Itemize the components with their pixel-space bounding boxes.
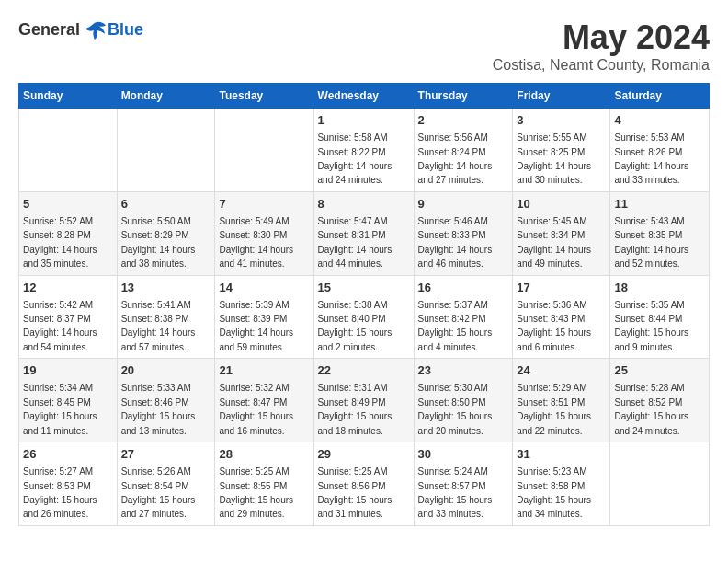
day-sunset: Sunset: 8:58 PM — [517, 481, 585, 491]
day-daylight: Daylight: 14 hours and 33 minutes. — [614, 161, 688, 185]
day-number: 24 — [517, 362, 606, 379]
day-sunset: Sunset: 8:34 PM — [517, 230, 585, 240]
calendar-cell: 12Sunrise: 5:42 AMSunset: 8:37 PMDayligh… — [19, 275, 118, 359]
day-number: 6 — [121, 196, 211, 213]
day-daylight: Daylight: 15 hours and 34 minutes. — [517, 495, 591, 519]
logo-bird-icon — [82, 18, 108, 44]
day-daylight: Daylight: 15 hours and 9 minutes. — [614, 327, 688, 351]
calendar-title: May 2024 — [493, 18, 710, 57]
day-sunrise: Sunrise: 5:33 AM — [121, 383, 191, 393]
day-daylight: Daylight: 15 hours and 29 minutes. — [219, 495, 293, 519]
day-sunrise: Sunrise: 5:39 AM — [219, 300, 289, 310]
day-daylight: Daylight: 14 hours and 38 minutes. — [121, 245, 196, 269]
day-daylight: Daylight: 15 hours and 26 minutes. — [23, 495, 97, 519]
day-sunset: Sunset: 8:49 PM — [318, 397, 386, 408]
day-sunset: Sunset: 8:56 PM — [318, 481, 386, 491]
day-daylight: Daylight: 15 hours and 27 minutes. — [121, 495, 196, 519]
day-sunrise: Sunrise: 5:37 AM — [418, 300, 488, 310]
calendar-week-row: 5Sunrise: 5:52 AMSunset: 8:28 PMDaylight… — [19, 191, 710, 275]
day-number: 31 — [517, 446, 606, 463]
calendar-cell: 29Sunrise: 5:25 AMSunset: 8:56 PMDayligh… — [313, 442, 414, 526]
calendar-cell: 31Sunrise: 5:23 AMSunset: 8:58 PMDayligh… — [513, 442, 610, 526]
day-daylight: Daylight: 14 hours and 30 minutes. — [517, 161, 591, 185]
calendar-cell: 1Sunrise: 5:58 AMSunset: 8:22 PMDaylight… — [313, 109, 414, 192]
day-sunrise: Sunrise: 5:25 AM — [318, 466, 388, 477]
day-daylight: Daylight: 14 hours and 59 minutes. — [219, 327, 293, 351]
day-sunset: Sunset: 8:40 PM — [318, 314, 386, 324]
day-sunrise: Sunrise: 5:23 AM — [517, 466, 586, 477]
day-number: 23 — [418, 362, 509, 379]
day-number: 28 — [219, 446, 309, 463]
calendar-cell: 6Sunrise: 5:50 AMSunset: 8:29 PMDaylight… — [117, 191, 215, 275]
day-sunrise: Sunrise: 5:53 AM — [614, 132, 684, 143]
logo-general-text: General — [18, 18, 108, 44]
day-daylight: Daylight: 14 hours and 46 minutes. — [418, 245, 493, 269]
day-number: 2 — [418, 112, 509, 129]
day-sunset: Sunset: 8:53 PM — [23, 481, 91, 491]
day-sunrise: Sunrise: 5:50 AM — [121, 216, 191, 226]
day-sunrise: Sunrise: 5:49 AM — [219, 216, 289, 226]
day-daylight: Daylight: 14 hours and 41 minutes. — [219, 245, 293, 269]
day-sunset: Sunset: 8:25 PM — [517, 147, 585, 157]
day-sunset: Sunset: 8:55 PM — [219, 481, 287, 491]
calendar-cell: 17Sunrise: 5:36 AMSunset: 8:43 PMDayligh… — [513, 275, 610, 359]
day-sunrise: Sunrise: 5:35 AM — [614, 300, 684, 310]
day-sunset: Sunset: 8:24 PM — [418, 147, 486, 157]
day-sunrise: Sunrise: 5:41 AM — [121, 300, 191, 310]
day-number: 9 — [418, 196, 509, 213]
day-number: 21 — [219, 362, 309, 379]
day-number: 7 — [219, 196, 309, 213]
day-number: 13 — [121, 280, 211, 296]
day-daylight: Daylight: 15 hours and 20 minutes. — [418, 411, 493, 435]
day-number: 27 — [121, 446, 211, 463]
day-sunset: Sunset: 8:22 PM — [318, 147, 386, 157]
calendar-header-row: Sunday Monday Tuesday Wednesday Thursday… — [19, 84, 710, 109]
calendar-cell: 21Sunrise: 5:32 AMSunset: 8:47 PMDayligh… — [215, 359, 313, 442]
day-sunset: Sunset: 8:57 PM — [418, 481, 486, 491]
day-sunset: Sunset: 8:47 PM — [219, 397, 287, 408]
day-daylight: Daylight: 15 hours and 13 minutes. — [121, 411, 196, 435]
day-sunrise: Sunrise: 5:27 AM — [23, 466, 93, 477]
day-number: 22 — [318, 362, 410, 379]
calendar-cell: 27Sunrise: 5:26 AMSunset: 8:54 PMDayligh… — [117, 442, 215, 526]
day-sunset: Sunset: 8:46 PM — [121, 397, 189, 408]
page-header: General Blue May 2024 Costisa, Neamt Cou… — [18, 18, 710, 74]
day-daylight: Daylight: 14 hours and 24 minutes. — [318, 161, 392, 185]
day-sunrise: Sunrise: 5:46 AM — [418, 216, 488, 226]
day-daylight: Daylight: 15 hours and 4 minutes. — [418, 327, 493, 351]
day-sunrise: Sunrise: 5:45 AM — [517, 216, 586, 226]
day-number: 29 — [318, 446, 410, 463]
day-daylight: Daylight: 14 hours and 52 minutes. — [614, 245, 688, 269]
day-number: 26 — [23, 446, 113, 463]
day-sunset: Sunset: 8:29 PM — [121, 230, 189, 240]
col-monday: Monday — [117, 84, 215, 109]
day-daylight: Daylight: 14 hours and 27 minutes. — [418, 161, 493, 185]
day-daylight: Daylight: 15 hours and 11 minutes. — [23, 411, 97, 435]
day-sunset: Sunset: 8:35 PM — [614, 230, 682, 240]
day-number: 18 — [614, 280, 705, 296]
calendar-cell: 26Sunrise: 5:27 AMSunset: 8:53 PMDayligh… — [19, 442, 118, 526]
calendar-cell: 24Sunrise: 5:29 AMSunset: 8:51 PMDayligh… — [513, 359, 610, 442]
col-friday: Friday — [513, 84, 610, 109]
col-wednesday: Wednesday — [313, 84, 414, 109]
calendar-cell: 19Sunrise: 5:34 AMSunset: 8:45 PMDayligh… — [19, 359, 118, 442]
day-number: 10 — [517, 196, 606, 213]
calendar-cell: 20Sunrise: 5:33 AMSunset: 8:46 PMDayligh… — [117, 359, 215, 442]
day-daylight: Daylight: 15 hours and 6 minutes. — [517, 327, 591, 351]
day-number: 8 — [318, 196, 410, 213]
day-sunset: Sunset: 8:50 PM — [418, 397, 486, 408]
col-saturday: Saturday — [610, 84, 710, 109]
calendar-subtitle: Costisa, Neamt County, Romania — [493, 57, 710, 74]
day-sunset: Sunset: 8:45 PM — [23, 397, 91, 408]
day-sunset: Sunset: 8:30 PM — [219, 230, 287, 240]
calendar-cell — [117, 109, 215, 192]
day-sunrise: Sunrise: 5:26 AM — [121, 466, 191, 477]
calendar-cell: 7Sunrise: 5:49 AMSunset: 8:30 PMDaylight… — [215, 191, 313, 275]
calendar-week-row: 19Sunrise: 5:34 AMSunset: 8:45 PMDayligh… — [19, 359, 710, 442]
day-sunset: Sunset: 8:51 PM — [517, 397, 585, 408]
day-sunset: Sunset: 8:38 PM — [121, 314, 189, 324]
day-number: 5 — [23, 196, 113, 213]
col-sunday: Sunday — [19, 84, 118, 109]
day-sunrise: Sunrise: 5:55 AM — [517, 132, 586, 143]
day-sunrise: Sunrise: 5:24 AM — [418, 466, 488, 477]
